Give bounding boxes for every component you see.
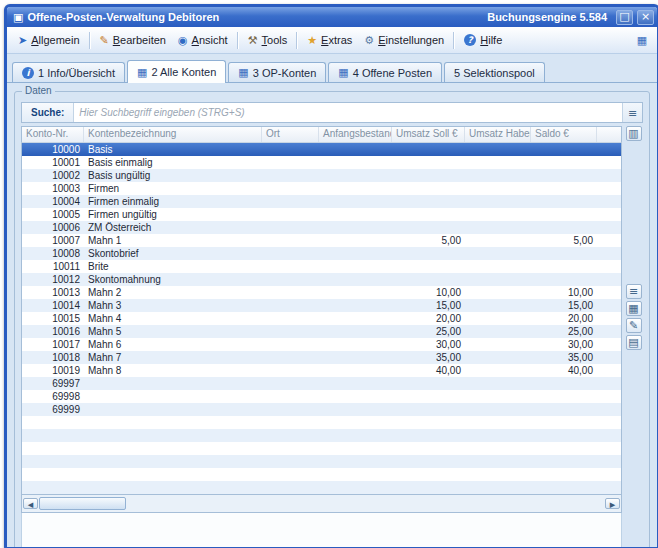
cell-konto: 69997 [22, 378, 84, 389]
column-header-umsatz-haben[interactable]: Umsatz Haben € [465, 127, 531, 142]
cell-umsatz_soll: 10,00 [392, 287, 465, 298]
cell-bezeichnung: Mahn 7 [84, 352, 262, 363]
toolbar-item-allgemein[interactable]: ➤Allgemein [12, 31, 86, 49]
maximize-icon: □ [619, 11, 629, 22]
cell-umsatz_soll: 35,00 [392, 352, 465, 363]
tab-2-alle-konten[interactable]: ▦2 Alle Konten [127, 60, 226, 83]
table-row-10005[interactable]: 10005Firmen ungültig [22, 208, 621, 221]
cell-saldo: 30,00 [531, 339, 597, 350]
cell-konto: 10018 [22, 352, 84, 363]
toolbar-item-ansicht[interactable]: ◉Ansicht [172, 31, 234, 49]
cell-konto: 10003 [22, 183, 84, 194]
toolbar-separator [296, 32, 298, 49]
list-icon: ≡ [629, 286, 638, 297]
cell-konto: 10001 [22, 157, 84, 168]
cell-bezeichnung: Mahn 6 [84, 339, 262, 350]
cell-saldo: 20,00 [531, 313, 597, 324]
table-row-empty [22, 468, 621, 481]
table-row-10017[interactable]: 10017Mahn 630,0030,00 [22, 338, 621, 351]
app-icon: ▣ [13, 12, 23, 23]
table-row-10013[interactable]: 10013Mahn 210,0010,00 [22, 286, 621, 299]
table-row-69999[interactable]: 69999 [22, 403, 621, 416]
tab-label: 2 Alle Konten [151, 66, 216, 78]
column-header-kontenbezeichnung[interactable]: Kontenbezeichnung [84, 127, 262, 142]
cell-bezeichnung: Mahn 4 [84, 313, 262, 324]
grid-button[interactable]: ▦ [626, 301, 642, 316]
toolbar-item-tools[interactable]: ⚒Tools [242, 31, 294, 49]
table-row-10018[interactable]: 10018Mahn 735,0035,00 [22, 351, 621, 364]
tools-icon: ⚒ [248, 35, 258, 46]
column-header-umsatz-soll[interactable]: Umsatz Soll € [392, 127, 465, 142]
table-row-10002[interactable]: 10002Basis ungültig [22, 169, 621, 182]
tab-1-info-bersicht[interactable]: i1 Info/Übersicht [12, 62, 125, 82]
toolbar-item-label: Allgemein [31, 34, 79, 46]
table-row-10012[interactable]: 10012Skontomahnung [22, 273, 621, 286]
cell-saldo: 5,00 [531, 235, 597, 246]
close-button[interactable]: × [637, 10, 654, 25]
table-row-10004[interactable]: 10004Firmen einmalig [22, 195, 621, 208]
search-options-button[interactable]: ≡ [622, 103, 642, 122]
tab-grid-icon: ▦ [137, 67, 147, 78]
cell-umsatz_soll: 25,00 [392, 326, 465, 337]
cell-konto: 10000 [22, 144, 84, 155]
cell-konto: 10013 [22, 287, 84, 298]
scroll-left-button[interactable]: ◂ [23, 498, 38, 509]
table-row-69998[interactable]: 69998 [22, 390, 621, 403]
star-icon: ★ [307, 35, 317, 46]
scroll-right-button[interactable]: ▸ [605, 498, 620, 509]
app-window: ▣ Offene-Posten-Verwaltung Debitoren Buc… [4, 4, 658, 548]
column-header-saldo[interactable]: Saldo € [531, 127, 597, 142]
cell-konto: 10002 [22, 170, 84, 181]
cell-konto: 10019 [22, 365, 84, 376]
cell-konto: 69998 [22, 391, 84, 402]
tab-4-offene-posten[interactable]: ▦4 Offene Posten [328, 62, 442, 82]
gear-icon: ⚙ [364, 35, 374, 46]
table-row-10011[interactable]: 10011Brite [22, 260, 621, 273]
table-row-10001[interactable]: 10001Basis einmalig [22, 156, 621, 169]
table-header: Konto-Nr.KontenbezeichnungOrtAnfangsbest… [21, 126, 622, 143]
table-row-10007[interactable]: 10007Mahn 15,005,00 [22, 234, 621, 247]
table-row-10008[interactable]: 10008Skontobrief [22, 247, 621, 260]
horizontal-scrollbar[interactable]: ◂ ▸ [21, 494, 622, 513]
table-row-10000[interactable]: 10000Basis [22, 143, 621, 156]
content-area: Daten Suche: ≡ Konto-Nr.Kontenbezeichnun… [7, 83, 657, 547]
column-header-anfangsbestand[interactable]: Anfangsbestand [319, 127, 392, 142]
toolbar-item-label: Tools [262, 34, 288, 46]
toolbar-item-hilfe[interactable]: ?Hilfe [458, 31, 508, 49]
layout-grid-button[interactable]: ▦ [632, 31, 652, 49]
cell-konto: 10007 [22, 235, 84, 246]
column-header-ort[interactable]: Ort [262, 127, 319, 142]
columns-button[interactable]: ▤ [626, 335, 642, 350]
maximize-button[interactable]: □ [616, 10, 633, 25]
tab-grid-icon: ▦ [338, 67, 348, 78]
table-row-10015[interactable]: 10015Mahn 420,0020,00 [22, 312, 621, 325]
tab-5-selektionspool[interactable]: 5 Selektionspool [444, 62, 545, 82]
list-button[interactable]: ≡ [626, 284, 642, 299]
tab-3-op-konten[interactable]: ▦3 OP-Konten [228, 62, 326, 82]
search-input[interactable] [73, 103, 622, 122]
toolbar-item-einstellungen[interactable]: ⚙Einstellungen [358, 31, 450, 49]
accounts-grid: Konto-Nr.KontenbezeichnungOrtAnfangsbest… [21, 126, 643, 548]
scrollbar-thumb[interactable] [39, 497, 126, 510]
toolbar-item-extras[interactable]: ★Extras [301, 31, 358, 49]
table-row-69997[interactable]: 69997 [22, 377, 621, 390]
daten-groupbox: Daten Suche: ≡ Konto-Nr.Kontenbezeichnun… [14, 91, 650, 548]
edit-button[interactable]: ✎ [626, 318, 642, 333]
tab-label: 1 Info/Übersicht [38, 67, 115, 79]
table-row-10003[interactable]: 10003Firmen [22, 182, 621, 195]
toolbar: ➤Allgemein✎Bearbeiten◉Ansicht⚒Tools★Extr… [7, 27, 657, 54]
scroll-left-icon: ◂ [28, 499, 34, 510]
column-options-button[interactable]: ▥ [626, 126, 642, 141]
column-options-icon: ▥ [628, 128, 638, 139]
toolbar-items: ➤Allgemein✎Bearbeiten◉Ansicht⚒Tools★Extr… [12, 31, 508, 49]
info-icon: i [22, 67, 34, 79]
table-row-10019[interactable]: 10019Mahn 840,0040,00 [22, 364, 621, 377]
cell-umsatz_soll: 30,00 [392, 339, 465, 350]
scroll-right-icon: ▸ [610, 499, 616, 510]
table-row-10016[interactable]: 10016Mahn 525,0025,00 [22, 325, 621, 338]
search-label: Suche: [22, 103, 73, 122]
column-header-konto-nr[interactable]: Konto-Nr. [22, 127, 84, 142]
table-row-10006[interactable]: 10006ZM Österreich [22, 221, 621, 234]
toolbar-item-bearbeiten[interactable]: ✎Bearbeiten [94, 31, 172, 49]
table-row-10014[interactable]: 10014Mahn 315,0015,00 [22, 299, 621, 312]
